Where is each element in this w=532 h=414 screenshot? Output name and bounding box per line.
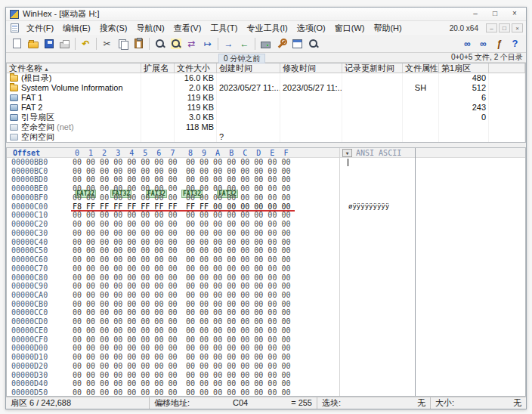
hex-bytes-low: 00 00 00 00 00 00 00 00 [73,238,177,247]
hex-row[interactable]: 00000CE000 00 00 00 00 00 00 0000 00 00 … [7,326,525,335]
hex-row[interactable]: 00000C2000 00 00 00 00 00 00 0000 00 00 … [7,220,525,229]
replace-icon[interactable]: ⇄ [184,36,200,51]
link-positions-icon[interactable]: ∞ [475,36,491,51]
navigate-back-icon[interactable]: ← [237,36,252,51]
close-icon[interactable]: × [505,8,524,20]
hex-row[interactable]: 00000C9000 00 00 00 00 00 00 0000 00 00 … [7,282,525,291]
replace-glyph: ⇄ [187,39,195,48]
menu-item[interactable]: 专业工具(I) [242,23,292,32]
menu-item[interactable]: 工具(T) [206,23,242,32]
hex-row[interactable]: 00000BE000 00 00 00 00 00 00 0000 00 00 … [7,184,525,193]
menu-item[interactable]: 文件(F) [22,23,58,32]
hex-row[interactable]: 00000C8000 00 00 00 00 00 00 0000 00 00 … [7,273,525,283]
hex-row[interactable]: 00000BC000 00 00 00 00 00 00 0000 00 00 … [7,167,525,176]
save-icon[interactable] [41,36,57,51]
cut-icon[interactable]: ✂ [99,36,115,51]
hex-row[interactable]: 00000D3000 00 00 00 00 00 00 0000 00 00 … [7,371,525,380]
hex-row[interactable]: 00000CD000 00 00 00 00 00 00 0000 00 00 … [7,317,525,326]
hex-row[interactable]: 00000BF000 00 00 00 00 00 00 0000 00 00 … [7,193,525,202]
charset-dropdown-icon[interactable]: ▼ [342,149,352,157]
hex-row[interactable]: 00000BD000 00 00 00 00 00 00 0000 00 00 … [7,175,525,184]
column-header-1[interactable]: 扩展名 [141,63,175,73]
find-hex-icon[interactable] [168,36,184,51]
hex-row[interactable]: 00000D0000 00 00 00 00 00 00 0000 00 00 … [7,344,525,353]
hex-row[interactable]: 00000CB000 00 00 00 00 00 00 0000 00 00 … [7,300,525,309]
menu-item[interactable]: 搜索(S) [95,23,132,32]
column-header-4[interactable]: 修改时间 [280,63,342,73]
copy-icon[interactable] [115,36,131,51]
minimize-icon[interactable]: – [466,8,485,20]
column-header-6[interactable]: 文件属性 [403,63,439,73]
menu-item[interactable]: 查看(V) [169,23,206,32]
hex-row[interactable]: 00000C5000 00 00 00 00 00 00 0000 00 00 … [7,246,525,255]
file-row[interactable]: System Volume Information2.0 KB2023/05/2… [7,83,525,93]
offset-column-header: Offset [13,148,40,158]
column-header-7[interactable]: 第1扇区 [439,63,489,73]
hex-row[interactable]: 00000D4000 00 00 00 00 00 00 0000 00 00 … [7,379,525,388]
help-icon[interactable]: ? [507,36,523,51]
hex-bytes-high: 00 00 00 00 00 00 00 00 [186,326,290,335]
version-label: 20.0 x64 [444,24,484,32]
file-row[interactable]: 空闲空间? [7,132,525,142]
find-text-icon[interactable] [152,36,168,51]
menu-item[interactable]: 帮助(H) [369,23,406,32]
hex-row[interactable]: 00000CA000 00 00 00 00 00 00 0000 00 00 … [7,291,525,300]
paste-icon[interactable] [131,36,147,51]
column-header-3[interactable]: 创建时间 [217,63,280,73]
file-row[interactable]: 空余空间(net)118 MB [7,122,525,132]
hex-row[interactable]: 00000CC000 00 00 00 00 00 00 0000 00 00 … [7,308,525,317]
child-close-icon[interactable]: × [512,23,523,32]
navigate-forward-icon[interactable]: → [221,36,237,51]
hex-bytes-low: 00 00 00 00 00 00 00 00 [73,184,177,193]
hex-bytes-high: 00 00 00 00 00 00 00 00 [186,300,290,309]
menu-item[interactable]: 编辑(E) [58,23,95,32]
file-row[interactable]: FAT 2119 KB243 [7,103,525,113]
file-row[interactable]: FAT 1119 KB6 [7,93,525,103]
hex-bytes-high: 00 00 00 00 00 00 00 00 [186,388,290,397]
goto-offset-icon[interactable]: ↦ [200,36,215,51]
magnifier-icon[interactable] [305,36,321,51]
file-row[interactable]: 引导扇区3.0 KB0 [7,113,525,122]
new-file-icon[interactable] [9,36,25,51]
undo-icon[interactable]: ↶ [78,36,94,51]
child-window-icon[interactable] [11,23,19,32]
open-folder-icon[interactable] [25,36,41,51]
file-row[interactable]: (根目录)16.0 KB480 [7,73,525,83]
file-filler-cell [489,93,525,103]
print-icon[interactable] [57,36,73,51]
hex-row[interactable]: 00000CF000 00 00 00 00 00 00 0000 00 00 … [7,335,525,344]
column-header-0[interactable]: 文件名称▲ [7,63,141,73]
scripts-icon[interactable]: ƒ [491,36,507,51]
hex-row[interactable]: 00000C7000 00 00 00 00 00 00 0000 00 00 … [7,264,525,273]
menu-item[interactable]: 选项(O) [292,23,330,32]
child-minimize-icon[interactable]: – [486,23,497,32]
file-name-cell: 空闲空间 [7,132,141,142]
hex-row[interactable]: 00000D2000 00 00 00 00 00 00 0000 00 00 … [7,362,525,371]
disk-tools-icon[interactable] [258,36,274,51]
maximize-icon[interactable]: □ [485,8,505,20]
hex-row[interactable]: 00000C3000 00 00 00 00 00 00 0000 00 00 … [7,229,525,238]
hex-bytes-low: 00 00 00 00 00 00 00 00 [73,282,177,291]
menu-item[interactable]: 导航(N) [131,23,169,32]
hex-row[interactable]: 00000D1000 00 00 00 00 00 00 0000 00 00 … [7,353,525,362]
link-sectors-icon[interactable]: ∞ [459,36,475,51]
data-interpreter-icon[interactable] [289,36,305,51]
child-restore-icon[interactable]: □ [499,23,510,32]
column-header-8[interactable] [489,63,525,73]
snapshot-age: 0 分钟之前 [218,54,265,63]
hex-bytes-high: 00 00 00 00 00 00 00 00 [186,344,290,353]
file-record-updated-cell [342,83,403,93]
hex-row[interactable]: 00000D5000 00 00 00 00 00 00 0000 00 00 … [7,388,525,397]
hex-row[interactable]: 00000C00F8 FF FF FF FF FF FF FFFF FF 00 … [7,202,525,212]
hex-row[interactable]: 00000C6000 00 00 00 00 00 00 0000 00 00 … [7,255,525,264]
hex-row[interactable]: 00000C4000 00 00 00 00 00 00 0000 00 00 … [7,238,525,247]
hex-offset: 00000C60 [11,255,48,264]
hex-row[interactable]: 00000C1000 00 00 00 00 00 00 0000 00 00 … [7,211,525,220]
hex-col-digits-low: 0 1 2 3 4 5 6 7 [75,148,175,158]
tools-icon[interactable] [274,36,289,51]
column-header-5[interactable]: 记录更新时间 [342,63,403,73]
hex-row[interactable]: 00000BB000 00 00 00 00 00 00 0000 00 00 … [7,158,525,167]
column-header-2[interactable]: 文件大小 [175,63,217,73]
menu-item[interactable]: 窗口(W) [330,23,370,32]
hex-rows[interactable]: FAT32FAT32FAT32FAT32FAT32 00000BB000 00 … [7,158,525,397]
